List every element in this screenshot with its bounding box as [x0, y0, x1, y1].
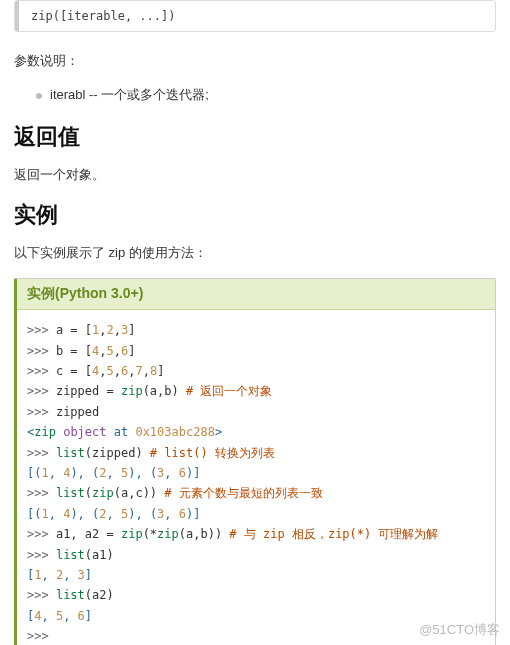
- params-list: iterabl -- 一个或多个迭代器;: [36, 86, 496, 104]
- code-line: >>> zipped: [27, 402, 485, 422]
- code-line: [4, 5, 6]: [27, 606, 485, 626]
- code-line: [(1, 4), (2, 5), (3, 6)]: [27, 463, 485, 483]
- code-line: >>> a1, a2 = zip(*zip(a,b)) # 与 zip 相反，z…: [27, 524, 485, 544]
- code-line: >>> list(zip(a,c)) # 元素个数与最短的列表一致: [27, 483, 485, 503]
- params-intro: 参数说明：: [14, 50, 496, 72]
- code-line: >>> list(a2): [27, 585, 485, 605]
- heading-return: 返回值: [14, 122, 496, 152]
- example-block: 实例(Python 3.0+) >>> a = [1,2,3]>>> b = […: [14, 278, 496, 645]
- param-item: iterabl -- 一个或多个迭代器;: [36, 86, 496, 104]
- heading-example: 实例: [14, 200, 496, 230]
- syntax-code: zip([iterable, ...]): [15, 1, 495, 31]
- code-line: <zip object at 0x103abc288>: [27, 422, 485, 442]
- example-code: >>> a = [1,2,3]>>> b = [4,5,6]>>> c = [4…: [17, 310, 495, 645]
- code-line: >>> c = [4,5,6,7,8]: [27, 361, 485, 381]
- return-desc: 返回一个对象。: [14, 164, 496, 186]
- code-line: >>> zipped = zip(a,b) # 返回一个对象: [27, 381, 485, 401]
- code-line: [(1, 4), (2, 5), (3, 6)]: [27, 504, 485, 524]
- watermark: @51CTO博客: [419, 621, 500, 639]
- code-line: >>> list(zipped) # list() 转换为列表: [27, 443, 485, 463]
- code-line: >>> list(a1): [27, 545, 485, 565]
- example-title: 实例(Python 3.0+): [17, 279, 495, 310]
- code-line: >>> b = [4,5,6]: [27, 341, 485, 361]
- code-line: >>> a = [1,2,3]: [27, 320, 485, 340]
- code-line: >>>: [27, 626, 485, 645]
- example-intro: 以下实例展示了 zip 的使用方法：: [14, 242, 496, 264]
- syntax-box: zip([iterable, ...]): [14, 0, 496, 32]
- code-line: [1, 2, 3]: [27, 565, 485, 585]
